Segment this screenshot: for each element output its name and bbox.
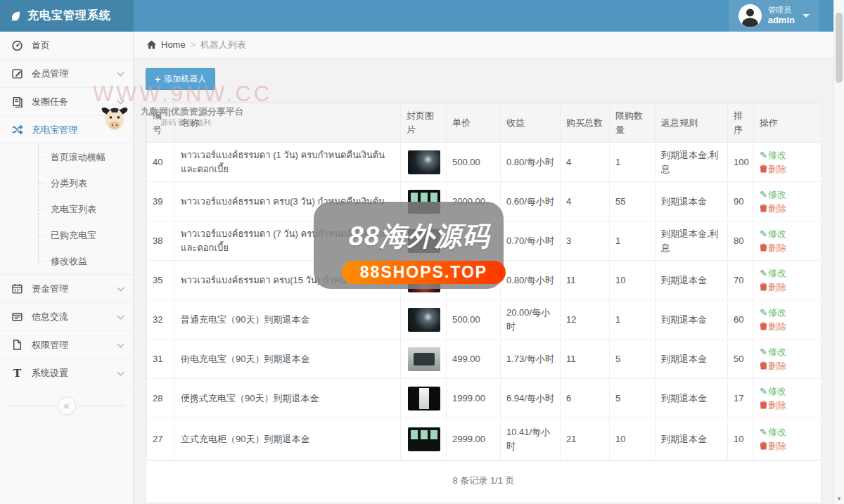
trash-icon <box>760 322 767 330</box>
cell-profit: 20.00/每小时 <box>501 300 561 340</box>
pencil-icon: ✎ <box>760 347 767 357</box>
cell-operations: ✎修改删除 <box>754 182 821 221</box>
cell-sort: 60 <box>728 300 754 340</box>
svg-text:T: T <box>13 367 21 379</box>
header-name: 名称 <box>175 103 401 143</box>
cell-cover <box>401 340 447 379</box>
header-price: 单价 <box>447 103 501 143</box>
cell-cover <box>401 300 447 340</box>
pencil-icon: ✎ <box>760 150 767 160</box>
cell-total-bought: 6 <box>561 379 610 418</box>
cover-thumbnail <box>408 150 440 174</box>
cell-rule: 到期退本金 <box>656 300 728 340</box>
cell-limit: 10 <box>610 418 656 460</box>
pencil-icon: ✎ <box>760 268 767 278</box>
chevron-down-icon <box>117 284 124 291</box>
breadcrumb: Home > 机器人列表 <box>134 32 833 58</box>
edit-link[interactable]: ✎修改 <box>760 427 786 437</box>
cell-price: 2999.00 <box>447 418 501 460</box>
cell-operations: ✎修改删除 <box>754 300 821 340</box>
pencil-icon: ✎ <box>760 386 767 396</box>
cell-cover <box>401 261 447 300</box>
sidebar-item-permissions[interactable]: 权限管理 <box>0 331 133 359</box>
edit-link[interactable]: ✎修改 <box>760 189 786 200</box>
user-menu[interactable]: 管理员 admin <box>729 0 819 32</box>
header-cover: 封页图片 <box>401 103 447 143</box>
delete-link[interactable]: 删除 <box>760 282 786 292</box>
cell-cover <box>401 182 447 221</box>
cell-rule: 到期退本金 <box>656 182 728 221</box>
cell-name: พาวเวอร์แบงค์ธรรมดา (1 วัน) ครบกำหนดคืนเ… <box>175 143 401 182</box>
cell-name: พาวเวอร์แบงค์ธรรมดา (7 วัน) ครบกำหนดคืนเ… <box>175 221 401 261</box>
cover-thumbnail <box>408 190 440 214</box>
scrollbar[interactable]: ▾ <box>833 0 844 504</box>
cover-thumbnail <box>408 229 440 253</box>
leaf-icon <box>10 10 22 22</box>
delete-link[interactable]: 删除 <box>760 164 786 174</box>
breadcrumb-home-link[interactable]: Home <box>146 39 186 50</box>
scrollbar-thumb[interactable] <box>836 13 843 83</box>
sidebar-item-funds[interactable]: 资金管理 <box>0 275 133 303</box>
sidebar-subitem-profit[interactable]: 修改收益 <box>0 248 133 274</box>
edit-link[interactable]: ✎修改 <box>760 268 786 278</box>
edit-link[interactable]: ✎修改 <box>760 307 786 318</box>
table-row: 31 街电充电宝（90天）到期退本金 499.00 1.73/每小时 11 5 … <box>147 340 821 379</box>
sidebar-item-tasks[interactable]: 发圈任务 <box>0 88 133 116</box>
cell-price: 499.00 <box>447 340 501 379</box>
cell-sort: 100 <box>728 143 754 182</box>
sidebar-item-messages[interactable]: 信息交流 <box>0 303 133 331</box>
caret-down-icon <box>803 14 810 18</box>
cell-cover <box>401 143 447 182</box>
cell-cover <box>401 379 447 418</box>
home-icon <box>146 39 157 50</box>
chevron-down-icon <box>117 312 124 319</box>
sidebar-subitem-purchased[interactable]: 已购充电宝 <box>0 222 133 248</box>
cell-price: 2000.00 <box>447 182 501 221</box>
sidebar-item-settings[interactable]: T 系统设置 <box>0 359 133 387</box>
cell-limit: 55 <box>610 182 656 221</box>
robot-table: 编号 名称 封页图片 单价 收益 购买总数 限购数量 返息规则 排序 操作 40 <box>146 103 821 460</box>
sidebar-item-home[interactable]: 首页 <box>0 32 133 60</box>
cell-sort: 10 <box>728 418 754 460</box>
sidebar-item-members[interactable]: 会员管理 <box>0 60 133 88</box>
sidebar-item-powerbank[interactable]: 充电宝管理 <box>0 116 133 144</box>
table-row: 28 便携式充电宝（90天）到期退本金 1999.00 6.94/每小时 6 5… <box>147 379 821 418</box>
edit-link[interactable]: ✎修改 <box>760 347 786 357</box>
delete-link[interactable]: 删除 <box>760 203 786 214</box>
cell-limit: 5 <box>610 340 656 379</box>
cell-price <box>447 221 501 261</box>
cell-sort: 50 <box>728 340 754 379</box>
cell-price: 1999.00 <box>447 379 501 418</box>
cell-cover <box>401 221 447 261</box>
pagination-status: 8 条记录 1/1 页 <box>146 460 821 503</box>
chevron-down-icon <box>117 340 124 347</box>
sidebar-subitem-categories[interactable]: 分类列表 <box>0 170 133 196</box>
cell-profit: 0.60/每小时 <box>501 182 561 221</box>
sidebar-subitem-banner[interactable]: 首页滚动横幅 <box>0 144 133 170</box>
delete-link[interactable]: 删除 <box>760 361 786 371</box>
table-row: 32 普通充电宝（90天）到期退本金 500.00 20.00/每小时 12 1… <box>147 300 821 340</box>
edit-link[interactable]: ✎修改 <box>760 228 786 239</box>
trash-icon <box>760 164 767 173</box>
cell-total-bought: 11 <box>561 261 610 300</box>
cell-name: 便携式充电宝（90天）到期退本金 <box>175 379 401 418</box>
scroll-down-arrow[interactable]: ▾ <box>834 495 844 502</box>
edit-link[interactable]: ✎修改 <box>760 150 786 160</box>
pencil-icon: ✎ <box>760 307 767 318</box>
delete-link[interactable]: 删除 <box>760 321 786 332</box>
cell-sort: 80 <box>728 221 754 261</box>
sidebar-item-label: 权限管理 <box>32 339 68 351</box>
delete-link[interactable]: 删除 <box>760 441 786 451</box>
cell-operations: ✎修改删除 <box>754 221 821 261</box>
add-robot-button[interactable]: + 添加机器人 <box>146 68 215 90</box>
sidebar-item-label: 首页 <box>32 39 50 52</box>
cell-sort: 90 <box>728 182 754 221</box>
table-row: 27 立式充电柜（90天）到期退本金 2999.00 10.41/每小时 21 … <box>147 418 821 460</box>
delete-link[interactable]: 删除 <box>760 400 786 411</box>
sidebar-subitem-powerbank-list[interactable]: 充电宝列表 <box>0 196 133 222</box>
cell-name: พาวเวอร์แบงค์ธรรมดา ครบ(15 วัน) กำหนดคืน… <box>175 261 401 300</box>
delete-link[interactable]: 删除 <box>760 243 786 253</box>
edit-link[interactable]: ✎修改 <box>760 386 786 396</box>
collapse-button[interactable]: « <box>57 396 76 415</box>
cover-thumbnail <box>408 269 440 292</box>
